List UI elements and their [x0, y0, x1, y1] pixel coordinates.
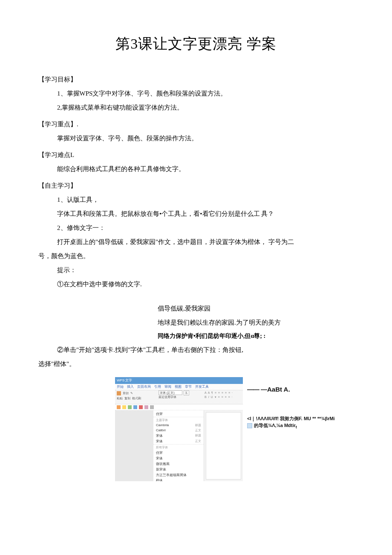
doc-icon[interactable]	[150, 405, 154, 409]
menu-item[interactable]: 审阅	[164, 384, 171, 389]
page-title: 第3课让文字更漂亮 学案	[38, 34, 354, 54]
garbled-text-2: 的导低¾Λ,⅛a Mdtirt	[247, 422, 354, 430]
garble2-text: 的导低¾Λ,⅛a Mdtir	[254, 423, 296, 428]
wps-screenshot: WPS 文字 开始 插入 页面布局 引用 审阅 视图 章节 开发工具 剪切 ✎ …	[115, 377, 243, 479]
self-item-2: 2、修饰文字一：	[38, 221, 354, 235]
paragraph-group: A A ¶ ≡ ≡ ≡ ≡ ≡ · B I U ▾ ≡ ≡ ≡ ≡ ·	[203, 390, 243, 404]
fmtbrush-icon[interactable]: ✎	[130, 392, 133, 395]
recent-label: 最近使用字体	[159, 395, 201, 399]
garbled-text-1: <I｜!ΛΛΛllUiff! 我努力倒F. MU ** **¾βrMi	[247, 415, 354, 422]
menu-item[interactable]: 章节	[185, 384, 192, 389]
doc-tab-icons	[115, 404, 243, 410]
fmt-label[interactable]: 格式刷	[132, 396, 141, 401]
all-fonts-label: 所有字体	[153, 444, 204, 450]
doc-sheet	[206, 412, 241, 479]
doc-icon[interactable]	[144, 405, 148, 409]
ss-titlebar: WPS 文字	[115, 377, 243, 384]
side-text-block: ———AaBt A. <I｜!ΛΛΛllUiff! 我努力倒F. MU ** *…	[243, 377, 354, 479]
screenshot-row: WPS 文字 开始 插入 页面布局 引用 审阅 视图 章节 开发工具 剪切 ✎ …	[38, 377, 354, 479]
format-icons-row2[interactable]: B I U ▾ ≡ ≡ ≡ ≡ ·	[205, 395, 241, 399]
clipboard-group: 剪切 ✎ 粘贴 复制 格式刷	[115, 390, 157, 404]
ss-menubar: 开始 插入 页面布局 引用 审阅 视图 章节 开发工具	[115, 384, 243, 390]
self-item-1b: 字体工具和段落工具。把鼠标放在每•个工具上，看•看它们分别是什么工 具？	[38, 207, 354, 221]
tip-head: 提示：	[38, 263, 354, 277]
doc-icon[interactable]	[128, 405, 132, 409]
font-option: 宋体	[153, 456, 204, 461]
page-container: { "title": "第3课让文字更漂亮 学案", "sections": {…	[0, 0, 392, 555]
ss-left-gutter	[115, 410, 153, 481]
font-option: 新宋体	[153, 467, 204, 472]
menu-item[interactable]: 插入	[127, 384, 134, 389]
menu-item[interactable]: 引用	[154, 384, 161, 389]
cut-label[interactable]: 剪切	[123, 391, 129, 395]
font-option: 仿宋	[153, 411, 204, 417]
menu-item[interactable]: 开始	[117, 384, 124, 389]
doc-icon[interactable]	[117, 405, 121, 409]
font-option: 楷体	[153, 478, 204, 481]
font-group: 宋体 (正文) 五 最近使用字体	[157, 390, 203, 404]
menu-item[interactable]: 视图	[175, 384, 182, 389]
ss-body: 仿宋 主题字体 Cambria标题 Calibri正文 宋体标题 宋体正文 所有…	[115, 410, 243, 481]
font-option: 宋体正文	[153, 439, 204, 444]
goal-head: 【学习目标】	[38, 73, 354, 87]
example-line-1: 倡导低碳,爱我家园	[38, 302, 354, 316]
doc-icon	[247, 423, 252, 428]
goal-item-2: 2,掌握格式菜单和右键功能设置字体的方法。	[38, 101, 354, 115]
doc-preview-area	[204, 410, 243, 481]
doc-icon[interactable]	[133, 405, 137, 409]
subscript-t: t	[296, 425, 297, 429]
font-option: Calibri正文	[153, 428, 204, 433]
font-option: 微软雅黑	[153, 461, 204, 467]
menu-item[interactable]: 页面布局	[137, 384, 151, 389]
tip-item-2b: 选择"楷体"。	[38, 357, 354, 371]
doc-icon[interactable]	[139, 405, 143, 409]
copy-label[interactable]: 复制	[124, 396, 130, 401]
diff-item-1: 能综合利用格式工具栏的各种工具修饰文字。	[38, 162, 354, 176]
self-item-2b: 号，颜色为蓝色。	[38, 249, 354, 263]
focus-head: 【学习重点】.	[38, 117, 354, 131]
font-option: Cambria标题	[153, 423, 204, 428]
paste-label[interactable]: 粘贴	[117, 396, 123, 401]
font-option: 宋体标题	[153, 433, 204, 439]
focus-item-1: 掌握对设置字体、字号、颜色、段落的操作方法。	[38, 131, 354, 145]
style-sample-text: ———AaBt A.	[247, 386, 354, 395]
font-select[interactable]: 宋体 (正文)	[159, 390, 182, 395]
goal-item-1: 1、掌握WPS文字中对字体、字号、颜色和段落的设置方法。	[38, 87, 354, 101]
paste-icon[interactable]	[117, 391, 121, 395]
dash-decor: ——	[247, 386, 259, 393]
spacer	[38, 291, 354, 302]
doc-icon[interactable]	[122, 405, 126, 409]
self-item-1: 1、认版工具，	[38, 193, 354, 207]
theme-fonts-label: 主题字体	[153, 417, 204, 423]
ss-toolbar: 剪切 ✎ 粘贴 复制 格式刷 宋体 (正文) 五 最近使用字体 A A ¶ ≡ …	[115, 390, 243, 404]
menu-item[interactable]: 开发工具	[195, 384, 209, 389]
font-option: 仿宋	[153, 450, 204, 456]
self-head: 【自主学习】	[38, 179, 354, 193]
tip-item-2a: ②单击"开始"选项卡.找到"字体"工具栏，单击右侧的下拉：角按钮,	[38, 343, 354, 357]
font-option: 方正兰亭超细黑简体	[153, 472, 204, 478]
font-dropdown[interactable]: 仿宋 主题字体 Cambria标题 Calibri正文 宋体标题 宋体正文 所有…	[153, 410, 204, 481]
aabt-text: —AaBt A.	[261, 386, 290, 393]
ss-title-text: WPS 文字	[117, 378, 132, 383]
self-item-2a: 打开桌面上的"倡导低碳，爱我家园"作文，选中题目，并设置字体为楷体， 字号为二	[38, 235, 354, 249]
font-size-field[interactable]: 五	[184, 390, 189, 395]
example-line-2: 地球是我们赖以生存的家园.为了明天的美方	[38, 316, 354, 330]
format-icons-row1[interactable]: A A ¶ ≡ ≡ ≡ ≡ ≡ ·	[205, 391, 241, 394]
diff-head: 【学习难点L	[38, 148, 354, 162]
example-line-3: 同络力保护肯•利们昆纺年印逐小,但α尊; :	[38, 330, 354, 343]
tip-item-1: ①在文档中选中要修饰的文字.	[38, 277, 354, 291]
spacer	[247, 395, 354, 415]
